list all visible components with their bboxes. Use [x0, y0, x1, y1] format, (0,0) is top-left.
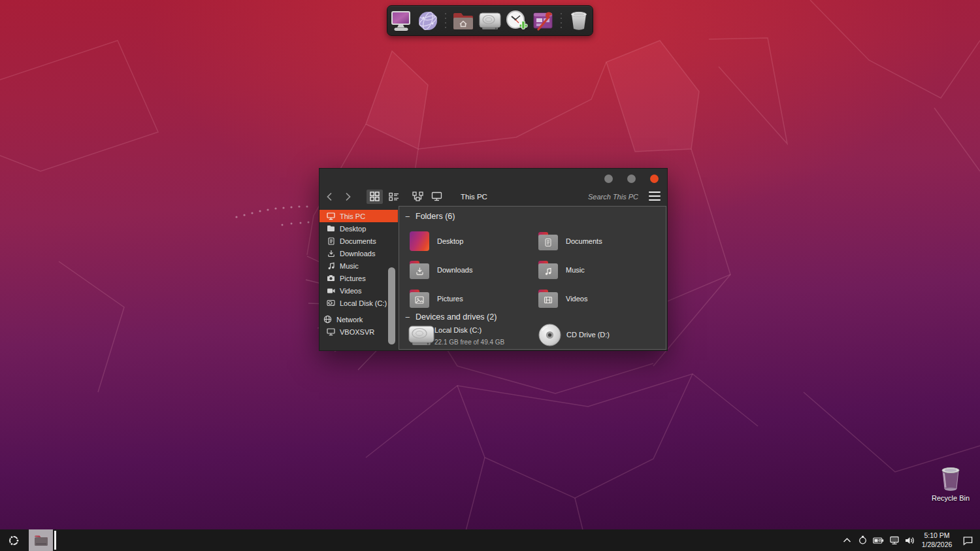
breadcrumb[interactable]: This PC — [461, 193, 487, 201]
monitor-icon — [431, 192, 442, 201]
tile-label: Desktop — [437, 237, 463, 245]
grid-view-icon — [370, 192, 380, 201]
folder-tile-downloads[interactable]: Downloads — [410, 261, 538, 279]
back-button[interactable] — [325, 192, 334, 202]
folder-icon — [327, 224, 335, 233]
sidebar-item-desktop[interactable]: Desktop — [319, 222, 398, 235]
download-icon — [327, 249, 335, 258]
explorer-window: This PC This PC Desktop — [319, 168, 668, 351]
control-panel-icon[interactable] — [531, 8, 556, 34]
sidebar-item-downloads[interactable]: Downloads — [319, 247, 398, 259]
clock-date: 1/28/2026 — [920, 541, 954, 550]
start-button[interactable] — [0, 529, 27, 551]
close-button[interactable] — [650, 175, 659, 183]
chevron-right-icon — [345, 192, 351, 201]
folder-tile-music[interactable]: Music — [538, 261, 667, 279]
disk-icon — [327, 299, 335, 307]
sidebar-item-music[interactable]: Music — [319, 259, 398, 272]
computer-icon[interactable] — [389, 8, 414, 34]
large-icons-view-button[interactable] — [367, 190, 383, 204]
dock-separator — [558, 10, 564, 32]
taskbar-clock[interactable]: 5:10 PM 1/28/2026 — [920, 531, 954, 549]
toolbar: This PC — [319, 188, 667, 205]
tray-app-icon[interactable] — [857, 535, 868, 546]
dock-separator — [442, 10, 449, 32]
devices-section: − Devices and drives (2) — [405, 312, 662, 352]
battery-icon[interactable] — [873, 535, 884, 546]
clock-new-task-icon[interactable] — [504, 8, 529, 34]
title-bar[interactable] — [319, 169, 667, 188]
recycle-bin-label: Recycle Bin — [926, 494, 975, 502]
computer-view-button[interactable] — [429, 190, 445, 204]
collapse-icon[interactable]: − — [405, 212, 410, 221]
forward-button[interactable] — [343, 192, 352, 202]
sidebar-item-vboxsvr[interactable]: VBOXSVR — [319, 326, 398, 338]
sidebar-item-label: This PC — [340, 212, 365, 220]
sidebar-item-documents[interactable]: Documents — [319, 235, 398, 247]
folder-videos-icon — [538, 290, 558, 308]
section-header: Devices and drives (2) — [416, 312, 497, 322]
sidebar-item-label: Downloads — [340, 250, 375, 258]
folder-tile-documents[interactable]: Documents — [538, 232, 667, 250]
minimize-button[interactable] — [604, 175, 613, 183]
monitor-icon — [327, 327, 335, 336]
sidebar-item-this-pc[interactable]: This PC — [319, 210, 398, 222]
sidebar-item-videos[interactable]: Videos — [319, 284, 398, 297]
menu-button[interactable] — [649, 192, 661, 201]
hard-disk-icon — [408, 324, 435, 347]
tree-map-icon — [412, 192, 423, 201]
dock — [387, 5, 593, 36]
search-input[interactable] — [534, 190, 638, 203]
network-globe-icon[interactable] — [416, 8, 440, 34]
taskbar-item-explorer[interactable] — [29, 529, 53, 551]
recycle-bin[interactable]: Recycle Bin — [926, 464, 975, 502]
sidebar-scrollbar-thumb[interactable] — [388, 267, 395, 344]
hard-disk-icon[interactable] — [478, 8, 502, 34]
network-icon[interactable] — [889, 535, 900, 546]
sidebar-item-label: Videos — [340, 287, 361, 295]
sidebar-item-local-disk[interactable]: Local Disk (C:) — [319, 297, 398, 309]
action-center-icon[interactable] — [962, 535, 973, 546]
monitor-icon — [327, 212, 335, 220]
sidebar-item-network[interactable]: Network — [319, 313, 398, 326]
collapse-icon[interactable]: − — [405, 313, 410, 322]
details-view-button[interactable] — [385, 190, 402, 204]
sidebar-item-label: VBOXSVR — [340, 328, 374, 336]
drive-free-space: 22.1 GB free of 49.4 GB — [434, 339, 504, 346]
drive-label: CD Drive (D:) — [566, 331, 610, 339]
system-tray: 5:10 PM 1/28/2026 — [841, 529, 973, 551]
group-by-button[interactable] — [410, 190, 426, 204]
chevron-up-icon[interactable] — [841, 535, 853, 546]
folder-tile-desktop[interactable]: Desktop — [410, 231, 538, 251]
recycle-bin-icon — [938, 464, 964, 493]
taskbar: 5:10 PM 1/28/2026 — [0, 529, 980, 551]
sidebar: This PC Desktop Documents Downloads — [319, 205, 398, 350]
tile-label: Pictures — [437, 295, 463, 303]
document-icon — [327, 237, 335, 245]
globe-icon — [323, 315, 332, 324]
volume-icon[interactable] — [904, 535, 915, 546]
maximize-button[interactable] — [627, 175, 636, 183]
drive-label: Local Disk (C:) — [434, 326, 482, 334]
list-view-icon — [389, 192, 399, 201]
clock-time: 5:10 PM — [920, 531, 954, 541]
ubuntu-logo-icon — [8, 535, 20, 546]
open-window-indicator — [54, 531, 56, 550]
folder-tile-pictures[interactable]: Pictures — [410, 290, 538, 308]
music-icon — [327, 261, 335, 270]
section-header: Folders (6) — [416, 212, 455, 221]
sidebar-item-label: Network — [336, 316, 363, 324]
folder-tile-videos[interactable]: Videos — [538, 290, 667, 308]
sidebar-item-pictures[interactable]: Pictures — [319, 272, 398, 284]
home-folder-icon[interactable] — [451, 8, 476, 34]
tile-label: Music — [566, 266, 585, 274]
trash-icon[interactable] — [566, 8, 591, 34]
tile-label: Downloads — [437, 266, 472, 274]
tile-label: Videos — [566, 295, 587, 303]
sidebar-item-label: Desktop — [340, 225, 366, 233]
content-panel: − Folders (6) Desktop Documents — [399, 206, 666, 350]
window-body: This PC Desktop Documents Downloads — [319, 205, 667, 350]
desktop: This PC This PC Desktop — [0, 0, 980, 551]
desktop-gradient-icon — [410, 231, 429, 251]
cd-drive-icon — [538, 323, 562, 347]
